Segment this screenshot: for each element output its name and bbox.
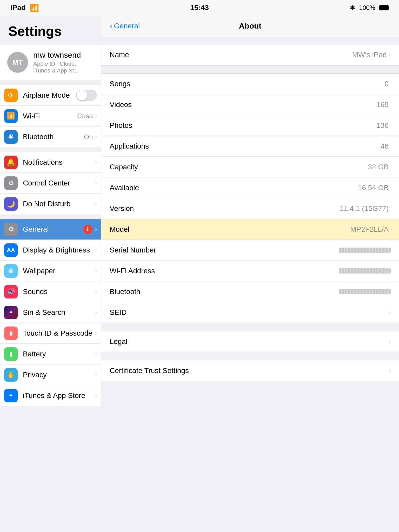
sidebar-item-general[interactable]: ⚙ General 1 › [0, 219, 101, 240]
capacity-row: Capacity 32 GB [101, 157, 399, 177]
display-icon: AA [4, 243, 18, 257]
sidebar: Settings MT mw townsend Apple ID, iCloud… [0, 16, 101, 532]
sidebar-item-sounds[interactable]: 🔊 Sounds › [0, 281, 101, 302]
main-layout: Settings MT mw townsend Apple ID, iCloud… [0, 16, 399, 532]
wifiaddress-label: Wi-Fi Address [110, 267, 339, 275]
legal-chevron: › [389, 338, 391, 345]
version-row: Version 11.4.1 (15G77) [101, 198, 399, 219]
profile-name: mw townsend [33, 51, 94, 59]
applications-label: Applications [110, 142, 381, 150]
wifi-icon: 📶 [4, 109, 18, 123]
controlcenter-chevron: › [95, 180, 97, 187]
legal-row[interactable]: Legal › [101, 331, 399, 352]
serialnumber-row: Serial Number [101, 240, 399, 261]
seid-row[interactable]: SEID › [101, 302, 399, 323]
wifiaddress-redacted [339, 268, 391, 274]
sounds-icon: 🔊 [4, 285, 18, 298]
capacity-label: Capacity [110, 163, 368, 171]
wallpaper-label: Wallpaper [23, 267, 95, 275]
back-chevron-icon: ‹ [110, 21, 112, 31]
sidebar-title: Settings [0, 16, 101, 44]
available-value: 16.54 GB [358, 184, 389, 192]
sidebar-item-wallpaper[interactable]: ❀ Wallpaper › [0, 261, 101, 281]
privacy-icon: ✋ [4, 368, 18, 382]
sidebar-item-notifications[interactable]: 🔔 Notifications › [0, 152, 101, 173]
status-left: iPad 📶 [10, 4, 39, 12]
version-label: Version [110, 204, 340, 213]
donotdisturb-label: Do Not Disturb [23, 200, 95, 208]
battery-icon [379, 5, 389, 10]
sidebar-item-privacy[interactable]: ✋ Privacy › [0, 364, 101, 385]
back-button[interactable]: ‹ General [110, 21, 140, 31]
toggle-knob [77, 90, 87, 101]
touchid-chevron: › [95, 330, 97, 337]
general-chevron: › [95, 226, 97, 233]
certtrust-group: Certificate Trust Settings › [101, 360, 399, 381]
siri-icon: ✦ [4, 306, 18, 319]
bluetooth-icon: ✱ [4, 130, 18, 144]
siri-label: Siri & Search [23, 308, 95, 317]
version-value: 11.4.1 (15G77) [340, 204, 389, 213]
content-area: Name MW's iPad › Songs 0 Videos 169 Phot… [101, 36, 399, 397]
name-row[interactable]: Name MW's iPad › [101, 44, 399, 65]
siri-chevron: › [95, 309, 97, 316]
songs-value: 0 [384, 80, 389, 88]
bluetooth-redacted [339, 289, 391, 294]
itunesappstore-chevron: › [95, 392, 97, 399]
wifi-chevron: › [95, 113, 97, 119]
notifications-icon: 🔔 [4, 156, 18, 169]
sidebar-item-wifi[interactable]: 📶 Wi-Fi Casa › [0, 106, 101, 127]
airplane-toggle[interactable] [76, 90, 97, 101]
sidebar-item-donotdisturb[interactable]: 🌙 Do Not Disturb › [0, 194, 101, 214]
videos-row: Videos 169 [101, 94, 399, 115]
status-bar: iPad 📶 15:43 ✱ 100% [0, 0, 399, 16]
back-label: General [114, 22, 140, 30]
sidebar-item-bluetooth[interactable]: ✱ Bluetooth On › [0, 127, 101, 147]
touchid-icon: ◉ [4, 327, 18, 340]
sidebar-item-display[interactable]: AA Display & Brightness › [0, 240, 101, 261]
bluetooth-about-label: Bluetooth [110, 288, 339, 296]
profile-subtitle: Apple ID, iCloud, iTunes & App St... [33, 61, 94, 74]
itunesappstore-icon: ✦ [4, 389, 18, 402]
available-label: Available [110, 184, 358, 192]
bluetooth-chevron: › [95, 134, 97, 140]
wallpaper-chevron: › [95, 268, 97, 274]
songs-label: Songs [110, 80, 384, 88]
privacy-chevron: › [95, 371, 97, 378]
preferences-group: ⚙ General 1 › AA Display & Brightness › … [0, 219, 101, 406]
general-icon: ⚙ [4, 223, 18, 236]
sidebar-item-battery[interactable]: ▮ Battery › [0, 344, 101, 364]
model-value: MP2F2LL/A [350, 225, 389, 234]
sidebar-item-itunesappstore[interactable]: ✦ iTunes & App Store › [0, 385, 101, 406]
sidebar-item-controlcenter[interactable]: ⚙ Control Center › [0, 173, 101, 194]
name-chevron: › [389, 51, 391, 58]
name-value: MW's iPad [352, 51, 387, 59]
certtrust-label: Certificate Trust Settings [110, 367, 389, 375]
battery-label: Battery [23, 350, 95, 358]
bluetooth-status-icon: ✱ [350, 4, 355, 11]
name-label: Name [110, 51, 352, 59]
certtrust-row[interactable]: Certificate Trust Settings › [101, 360, 399, 381]
photos-row: Photos 136 [101, 115, 399, 136]
connectivity-group: ✈ Airplane Mode 📶 Wi-Fi Casa › ✱ Bluetoo… [0, 85, 101, 147]
display-chevron: › [95, 247, 97, 254]
controlcenter-icon: ⚙ [4, 176, 18, 190]
profile-section[interactable]: MT mw townsend Apple ID, iCloud, iTunes … [0, 44, 101, 80]
available-row: Available 16.54 GB [101, 177, 399, 198]
capacity-value: 32 GB [368, 163, 389, 171]
sidebar-item-touchid[interactable]: ◉ Touch ID & Passcode › [0, 323, 101, 344]
airplane-icon: ✈ [4, 89, 18, 102]
nav-bar: ‹ General About [101, 16, 399, 36]
battery-label: 100% [359, 4, 375, 11]
general-badge: 1 [83, 225, 92, 234]
model-row[interactable]: Model MP2F2LL/A [101, 219, 399, 240]
name-group: Name MW's iPad › [101, 44, 399, 65]
sidebar-item-airplane[interactable]: ✈ Airplane Mode [0, 85, 101, 106]
sounds-label: Sounds [23, 288, 95, 296]
wallpaper-icon: ❀ [4, 264, 18, 278]
battery-sidebar-icon: ▮ [4, 347, 18, 361]
notifications-chevron: › [95, 159, 97, 166]
bluetooth-row: Bluetooth [101, 281, 399, 302]
seid-label: SEID [110, 308, 389, 317]
sidebar-item-siri[interactable]: ✦ Siri & Search › [0, 302, 101, 323]
